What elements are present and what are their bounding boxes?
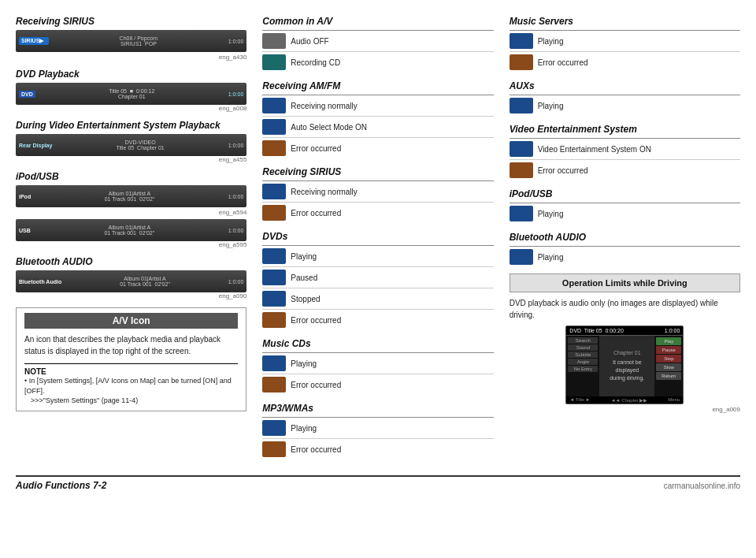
col3-bt-title: Bluetooth AUDIO [510,232,740,243]
video-label: Rear Display [19,143,52,148]
col3-auxs-group: Playing [510,95,740,116]
music-servers-error-icon [510,54,533,70]
list-item: Error occurred [262,203,493,223]
dvds-paused-icon [262,270,286,285]
dvd-btn-search: Search [568,337,598,344]
footer-bar: Audio Functions 7-2 carmanualsonline.inf… [16,475,740,491]
sirius-error-icon [262,205,286,221]
dvd-screenshot-label: DVD Title 05 0:00:20 [569,328,623,333]
list-item: Playing [510,95,740,116]
col2-mp3-title: MP3/WMAs [262,403,493,414]
amfm-error-icon [262,140,286,156]
bt-info: Album 01|Artist A01 Track 001 02'02" [61,276,228,287]
section-bt-title: Bluetooth AUDIO [16,256,246,267]
note-item-1: • In [System Settings], [A/V Icons on Ma… [24,376,238,396]
dvd-time: 1:0:00 [228,91,243,97]
section-video-ent-title: During Video Entertainment System Playba… [16,120,246,131]
list-item: Playing [510,247,740,267]
main-content: Receiving SIRIUS SIRIUS▶ Ch08 / PopcornS… [16,8,740,464]
ipod-label: iPod [19,194,31,199]
musiccds-error-icon [262,377,286,392]
dvd-bar: DVD Title 05 ■ 0:00:12Chapter 01 1:0:00 [16,83,246,105]
section-ipod-title: iPod/USB [16,171,246,182]
dvds-stopped-label: Stopped [291,295,320,303]
sirius-info: Ch08 / PopcornSIRIUS1 POP [49,35,228,46]
usb-time: 1:0:00 [228,228,243,233]
audio-off-label: Audio OFF [291,37,328,46]
footer-page-label: Audio Functions 7-2 [16,480,106,491]
list-item: Paused [262,267,493,288]
col3-auxs-title: AUXs [510,80,740,91]
bt-caption: eng_a090 [16,292,246,299]
col3-auxs-rows: Playing [510,95,740,116]
ipod-caption1: eng_a594 [16,209,246,216]
col2-dvds-rows: Playing Paused Stopped Error occurred [262,245,493,330]
video-time: 1:0:00 [228,143,243,148]
col2-mp3-rows: Playing Error occurred [262,417,493,459]
sirius-normal-icon [262,184,286,199]
amfm-auto-icon [262,119,286,135]
mp3-playing-label: Playing [291,424,317,433]
sirius-time: 1:0:00 [228,39,243,44]
dvd-bottom-bar: ◄ Title ► ◄◄ Chapter ▶▶ Menu [566,396,683,404]
list-item: Auto Select Mode ON [262,117,493,138]
sirius-logo: SIRIUS▶ [19,37,49,45]
dvd-pause-btn: Pause [656,346,681,354]
dvd-info: Title 05 ■ 0:00:12Chapter 01 [35,88,228,99]
amfm-normal-label: Receiving normally [291,102,357,110]
sirius-caption: eng_a430 [16,54,246,61]
dvds-error-label: Error occurred [291,316,341,325]
col3-ipod-playing-icon [510,206,533,221]
note-item-2: >>>"System Settings" (page 11-4) [24,396,238,406]
column-2: Common in A/V Audio OFF Recording CD Rec… [262,8,493,464]
op-limits-box: Operation Limits while Driving [510,273,740,292]
list-item: Error occurred [262,439,493,459]
auxs-playing-icon [510,98,533,113]
ipod-time: 1:0:00 [228,194,243,199]
note-box: NOTE • In [System Settings], [A/V Icons … [24,363,238,406]
auxs-playing-label: Playing [538,102,564,110]
dvd-right-buttons: Play Pause Stop Slow Return [654,336,683,396]
list-item: Receiving normally [262,95,493,117]
video-ent-caption: eng_a455 [16,156,246,163]
dvd-sidebar: Search Sound Subtitle Angle No Entry [566,336,599,396]
dvd-return-btn: Return [656,372,681,380]
col3-ipod-group: Playing [510,203,740,224]
col2-amfm-rows: Receiving normally Auto Select Mode ON E… [262,95,493,158]
col3-ipod-playing-label: Playing [538,210,564,218]
col2-common-group: Audio OFF Recording CD [262,30,493,73]
op-limits-title: Operation Limits while Driving [562,278,687,288]
col3-bt-playing-label: Playing [538,253,564,262]
mp3-error-icon [262,441,286,457]
av-icon-box: A/V Icon An icon that describes the play… [16,307,246,411]
dvd-screenshot-time: 1:0:00 [665,328,680,333]
bluetooth-bar: Bluetooth Audio Album 01|Artist A01 Trac… [16,270,246,292]
col2-sirius-title: Receiving SIRIUS [262,166,493,177]
col2-musiccds-title: Music CDs [262,338,493,349]
col3-vid-ent-title: Video Entertainment System [510,124,740,135]
dvd-btn-angle: Angle [568,359,598,365]
col3-ipod-title: iPod/USB [510,188,740,199]
usb-bar: USB Album 01|Artist A01 Track 001 02'02"… [16,219,246,241]
usb-label: USB [19,228,31,233]
col2-amfm-group: Receiving normally Auto Select Mode ON E… [262,95,493,158]
list-item: Playing [262,246,493,267]
col3-vid-ent-rows: Video Entertainment System ON Error occu… [510,138,740,180]
col2-mp3-group: Playing Error occurred [262,417,493,459]
musiccds-playing-icon [262,355,286,371]
col2-dvds-title: DVDs [262,231,493,242]
vid-ent-error-icon [510,162,533,178]
list-item: Playing [510,203,740,224]
bt-time: 1:0:00 [228,279,243,285]
list-item: Audio OFF [262,31,493,52]
page-container: Receiving SIRIUS SIRIUS▶ Ch08 / PopcornS… [0,0,756,507]
dvd-screenshot-topbar: DVD Title 05 0:00:20 1:0:00 [566,326,683,336]
dvd-bottom-menu: Menu [668,397,680,403]
mp3-playing-icon [262,420,286,436]
op-limits-text: DVD playback is audio only (no images ar… [510,297,740,321]
dvds-playing-label: Playing [291,252,317,261]
video-info: DVD-VIDEOTitle 05 Chapter 01 [52,140,228,151]
recording-cd-label: Recording CD [291,58,340,67]
dvds-stopped-icon [262,291,286,307]
ipod-info: Album 01|Artist A01 Track 001 02'02" [31,191,228,202]
